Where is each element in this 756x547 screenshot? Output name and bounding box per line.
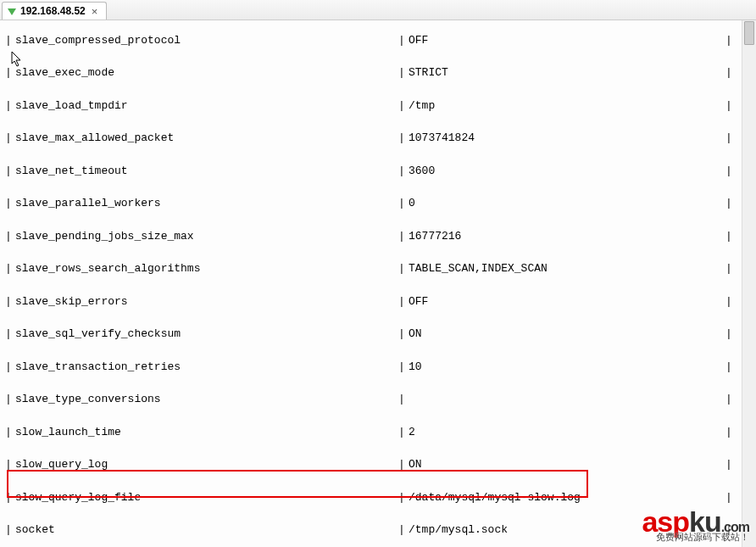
pipe: | <box>5 393 15 405</box>
pipe: | <box>398 491 409 504</box>
pipe: | <box>398 197 409 209</box>
variable-name: slave_max_allowed_packet <box>15 131 398 144</box>
pipe: | <box>5 523 15 536</box>
status-icon <box>8 8 16 15</box>
pipe: | <box>725 426 736 438</box>
pipe: | <box>5 230 15 243</box>
variable-name: socket <box>15 523 398 536</box>
pipe: | <box>398 327 409 340</box>
variable-row: | slave_pending_jobs_size_max| 16777216| <box>5 220 756 253</box>
pipe: | <box>5 295 15 308</box>
variable-value: TABLE_SCAN,INDEX_SCAN <box>409 262 756 275</box>
pipe: | <box>725 165 736 177</box>
pipe: | <box>398 131 409 144</box>
pipe: | <box>725 66 736 79</box>
pipe: | <box>725 99 736 112</box>
pipe: | <box>398 393 409 405</box>
variable-row: | slave_max_allowed_packet| 1073741824| <box>5 122 756 155</box>
pipe: | <box>725 131 736 144</box>
variable-name: slave_transaction_retries <box>15 360 398 373</box>
pipe: | <box>5 327 15 340</box>
variable-value: 3600 <box>409 165 756 177</box>
variable-row: | slow_launch_time| 2| <box>5 416 756 449</box>
variable-value: STRICT <box>409 66 756 79</box>
pipe: | <box>725 230 736 243</box>
variable-name: slave_skip_errors <box>15 295 398 308</box>
pipe: | <box>5 360 15 373</box>
vertical-scrollbar[interactable] <box>742 20 756 547</box>
variable-name: slave_parallel_workers <box>15 197 398 209</box>
variable-value: /data/mysql/mysql-slow.log <box>409 491 756 504</box>
pipe: | <box>5 458 15 471</box>
variable-row: | slave_sql_verify_checksum| ON| <box>5 318 756 351</box>
variable-value: OFF <box>409 295 756 308</box>
variable-name: slow_launch_time <box>15 426 398 438</box>
pipe: | <box>5 262 15 275</box>
variable-value: 2 <box>409 426 756 438</box>
variable-row: | slave_transaction_retries| 10| <box>5 350 756 383</box>
variable-value: /tmp/mysql.sock <box>409 523 756 536</box>
variable-row: | slave_compressed_protocol| OFF| <box>5 24 756 57</box>
variable-value: 16777216 <box>409 230 756 243</box>
pipe: | <box>398 66 409 79</box>
variable-name: slow_query_log_file <box>15 491 398 504</box>
pipe: | <box>725 295 736 308</box>
pipe: | <box>398 523 409 536</box>
pipe: | <box>398 34 409 47</box>
pipe: | <box>725 34 736 47</box>
terminal-output[interactable]: | slave_compressed_protocol| OFF|| slave… <box>0 20 756 547</box>
variable-name: slow_query_log <box>15 458 398 471</box>
pipe: | <box>5 491 15 504</box>
pipe: | <box>398 295 409 308</box>
variable-name: slave_exec_mode <box>15 66 398 79</box>
pipe: | <box>5 34 15 47</box>
scrollbar-thumb[interactable] <box>744 21 754 45</box>
tab-bar: 192.168.48.52 × <box>0 0 756 20</box>
pipe: | <box>398 99 409 112</box>
variable-row: | socket| /tmp/mysql.sock| <box>5 514 756 547</box>
variable-value: 0 <box>409 197 756 209</box>
pipe: | <box>398 230 409 243</box>
pipe: | <box>398 262 409 275</box>
variable-row: | slow_query_log_file| /data/mysql/mysql… <box>5 481 756 514</box>
pipe: | <box>398 165 409 177</box>
session-tab[interactable]: 192.168.48.52 × <box>2 2 107 20</box>
pipe: | <box>725 491 736 504</box>
pipe: | <box>725 197 736 209</box>
variable-name: slave_rows_search_algorithms <box>15 262 398 275</box>
variable-value: OFF <box>409 34 756 47</box>
close-icon[interactable]: × <box>90 6 100 17</box>
variable-name: slave_load_tmpdir <box>15 99 398 112</box>
variable-row: | slave_rows_search_algorithms| TABLE_SC… <box>5 253 756 286</box>
variable-name: slave_pending_jobs_size_max <box>15 230 398 243</box>
pipe: | <box>5 99 15 112</box>
pipe: | <box>725 523 736 536</box>
pipe: | <box>398 426 409 438</box>
pipe: | <box>5 165 15 177</box>
variable-row: | slave_net_timeout| 3600| <box>5 154 756 187</box>
pipe: | <box>398 458 409 471</box>
variable-value: /tmp <box>409 99 756 112</box>
tab-title: 192.168.48.52 <box>20 5 86 17</box>
pipe: | <box>5 131 15 144</box>
pipe: | <box>725 393 736 405</box>
pipe: | <box>725 360 736 373</box>
variable-name: slave_compressed_protocol <box>15 34 398 47</box>
pipe: | <box>398 360 409 373</box>
variable-value: 1073741824 <box>409 131 756 144</box>
variable-name: slave_sql_verify_checksum <box>15 327 398 340</box>
variable-row: | slave_parallel_workers| 0| <box>5 187 756 220</box>
pipe: | <box>725 458 736 471</box>
variable-row: | slow_query_log| ON| <box>5 449 756 482</box>
variable-name: slave_net_timeout <box>15 165 398 177</box>
variable-row: | slave_type_conversions| | <box>5 383 756 416</box>
variable-value: 10 <box>409 360 756 373</box>
variable-value: ON <box>409 327 756 340</box>
variable-row: | slave_skip_errors| OFF| <box>5 285 756 318</box>
pipe: | <box>5 197 15 209</box>
variable-row: | slave_exec_mode| STRICT| <box>5 57 756 90</box>
pipe: | <box>5 426 15 438</box>
variable-name: slave_type_conversions <box>15 393 398 405</box>
pipe: | <box>725 262 736 275</box>
pipe: | <box>725 327 736 340</box>
